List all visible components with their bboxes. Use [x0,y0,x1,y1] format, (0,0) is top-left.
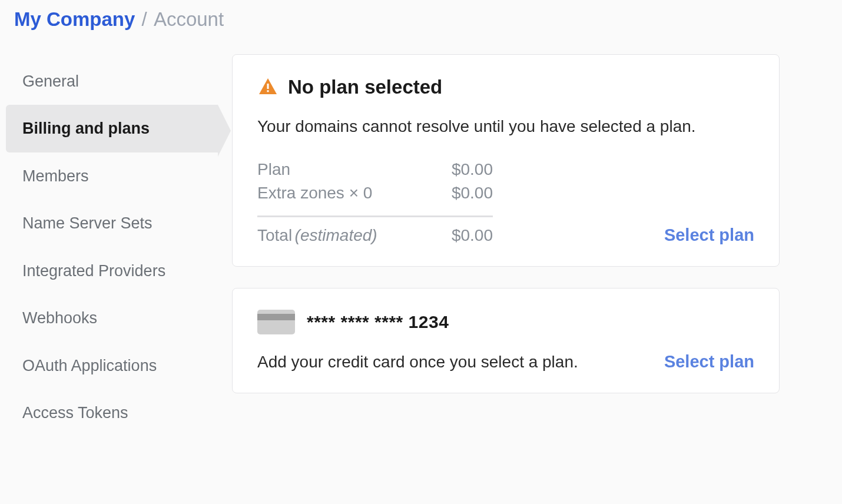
pricing-total-row: Total (estimated) $0.00 Select plan [257,226,754,245]
main-content: No plan selected Your domains cannot res… [232,54,780,437]
sidebar-item-general[interactable]: General [6,58,218,105]
plan-card-description: Your domains cannot resolve until you ha… [257,114,754,139]
credit-card-icon [257,310,295,334]
credit-card-description: Add your credit card once you select a p… [257,353,578,372]
pricing-table: Plan $0.00 Extra zones × 0 $0.00 [257,158,493,217]
plan-card-header: No plan selected [257,76,754,98]
breadcrumb-separator: / [142,8,147,30]
sidebar-item-access-tokens[interactable]: Access Tokens [6,389,218,436]
sidebar-item-integrated-providers[interactable]: Integrated Providers [6,247,218,294]
sidebar: General Billing and plans Members Name S… [6,54,218,437]
sidebar-item-webhooks[interactable]: Webhooks [6,294,218,341]
pricing-label: Plan [257,160,290,179]
svg-rect-1 [267,90,269,92]
select-plan-link-cc[interactable]: Select plan [664,352,754,372]
plan-card: No plan selected Your domains cannot res… [232,54,780,267]
breadcrumb: My Company / Account [0,0,842,37]
svg-rect-0 [267,84,269,89]
sidebar-item-members[interactable]: Members [6,152,218,200]
warning-icon [257,77,279,98]
sidebar-item-billing[interactable]: Billing and plans [6,105,218,152]
pricing-row-zones: Extra zones × 0 $0.00 [257,181,493,205]
total-estimated: (estimated) [295,226,377,244]
credit-card-card: **** **** **** 1234 Add your credit card… [232,288,780,393]
pricing-value: $0.00 [452,160,493,179]
total-label: Total [257,226,292,244]
pricing-label: Extra zones × 0 [257,184,372,203]
total-value: $0.00 [452,226,493,245]
sidebar-item-oauth-applications[interactable]: OAuth Applications [6,342,218,389]
sidebar-item-name-server-sets[interactable]: Name Server Sets [6,200,218,247]
credit-card-header: **** **** **** 1234 [257,310,754,334]
pricing-value: $0.00 [452,184,493,203]
credit-card-masked-number: **** **** **** 1234 [307,312,449,332]
breadcrumb-current: Account [154,8,224,30]
select-plan-link[interactable]: Select plan [664,226,754,244]
plan-card-title: No plan selected [288,76,442,98]
breadcrumb-company-link[interactable]: My Company [14,8,135,30]
pricing-row-plan: Plan $0.00 [257,158,493,181]
pricing-divider [257,215,493,217]
